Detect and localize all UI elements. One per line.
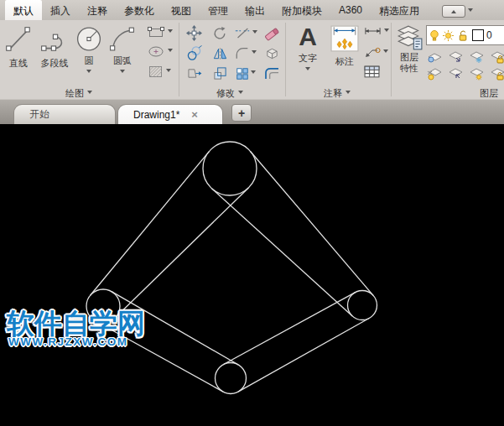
linear-dimension-dropdown-icon[interactable] xyxy=(384,29,389,34)
circle-icon xyxy=(74,23,104,53)
polyline-label: 多段线 xyxy=(41,57,69,70)
copy-icon xyxy=(186,45,202,61)
file-tab-start[interactable]: 开始 xyxy=(13,104,116,124)
layer-freeze-tool-icon[interactable] xyxy=(468,50,485,64)
draw-panel-label[interactable]: 绘图 xyxy=(65,87,92,99)
leader-icon xyxy=(364,46,381,58)
circle-dropdown-icon[interactable] xyxy=(86,70,91,75)
layer-lock-tool-icon[interactable] xyxy=(489,50,504,64)
file-tab-start-label: 开始 xyxy=(29,107,49,122)
panel-separator xyxy=(179,23,179,96)
drawing-canvas[interactable]: 软件自学网 WWW.RJZXW.COM xyxy=(0,124,504,426)
watermark-url: WWW.RJZXW.COM xyxy=(8,335,127,348)
circle-tool[interactable]: 圆 xyxy=(74,23,104,75)
scale-tool[interactable] xyxy=(207,64,232,83)
rotate-tool[interactable] xyxy=(207,23,232,43)
layer-isolate-tool-icon[interactable] xyxy=(447,50,464,64)
panel-separator xyxy=(391,23,392,96)
ribbon-tab-output[interactable]: 输出 xyxy=(236,0,273,20)
ribbon-tab-view[interactable]: 视图 xyxy=(163,0,200,20)
move-tool[interactable] xyxy=(181,23,206,43)
dimension-tool[interactable]: 标注 xyxy=(329,23,361,75)
move-icon xyxy=(186,25,202,41)
text-dropdown-icon[interactable] xyxy=(305,67,310,73)
layer-unlock-icon xyxy=(457,29,470,42)
array-tool[interactable] xyxy=(233,64,258,83)
layer-thaw-tool-icon[interactable] xyxy=(468,67,485,81)
layer-thaw-sun-icon xyxy=(442,29,455,42)
ribbon-tab-manage[interactable]: 管理 xyxy=(200,0,236,20)
layers-panel-label[interactable]: 图层 xyxy=(480,87,498,99)
erase-tool[interactable] xyxy=(259,23,284,43)
layer-unlock-tool-icon[interactable] xyxy=(489,67,504,81)
mirror-tool[interactable] xyxy=(207,44,232,63)
rectangle-tool[interactable] xyxy=(148,26,173,39)
draw-panel-expand-icon xyxy=(87,91,92,96)
ribbon-collapse-button[interactable] xyxy=(442,5,465,18)
layer-properties-label-line2: 特性 xyxy=(392,63,426,74)
collapse-arrow-icon xyxy=(451,8,456,13)
polyline-icon xyxy=(39,23,70,55)
layer-properties-tool[interactable] xyxy=(392,23,426,54)
rotate-icon xyxy=(212,26,227,41)
hatch-tool[interactable] xyxy=(148,65,171,79)
current-layer-name: 0 xyxy=(486,29,492,41)
hatch-dropdown-icon[interactable] xyxy=(166,69,171,75)
linear-dimension-tool[interactable] xyxy=(364,27,389,35)
line-tool[interactable]: 直线 xyxy=(2,23,35,75)
modify-panel-label[interactable]: 修改 xyxy=(216,87,243,99)
ribbon-tab-addins[interactable]: 附加模块 xyxy=(273,0,330,20)
array-dropdown-icon[interactable] xyxy=(251,70,256,76)
layer-tools-row-2 xyxy=(426,67,504,81)
leader-tool[interactable] xyxy=(364,46,388,58)
file-tab-drawing1-label: Drawing1* xyxy=(133,109,179,121)
ribbon-collapse-dropdown-icon[interactable] xyxy=(468,8,473,14)
layer-off-tool-icon[interactable] xyxy=(426,50,443,64)
layer-unisolate-tool-icon[interactable] xyxy=(447,67,464,81)
ribbon-tab-a360[interactable]: A360 xyxy=(330,0,371,20)
draw-panel-label-text: 绘图 xyxy=(65,87,84,99)
trim-tool[interactable] xyxy=(233,23,258,43)
explode-icon xyxy=(264,46,280,60)
ribbon-tab-annotate[interactable]: 注释 xyxy=(79,0,116,20)
rectangle-icon xyxy=(148,26,165,39)
ellipse-dropdown-icon[interactable] xyxy=(168,49,173,55)
scale-icon xyxy=(213,66,227,81)
cad-circle-right xyxy=(348,291,377,320)
ribbon-tab-featured-apps[interactable]: 精选应用 xyxy=(371,0,428,20)
erase-icon xyxy=(264,25,280,41)
autocad-window: 默认 插入 注释 参数化 视图 管理 输出 附加模块 A360 精选应用 直线 xyxy=(0,0,504,426)
layer-select[interactable]: 0 xyxy=(426,25,504,45)
leader-dropdown-icon[interactable] xyxy=(383,49,388,55)
fillet-tool[interactable] xyxy=(233,44,258,63)
fillet-dropdown-icon[interactable] xyxy=(252,50,257,56)
dimension-icon xyxy=(330,23,359,54)
stretch-icon xyxy=(186,67,202,80)
explode-tool[interactable] xyxy=(259,44,284,63)
polyline-tool[interactable]: 多段线 xyxy=(35,23,74,75)
table-tool[interactable] xyxy=(364,65,380,78)
rectangle-dropdown-icon[interactable] xyxy=(168,29,173,35)
stretch-tool[interactable] xyxy=(181,64,206,83)
text-tool[interactable]: A 文字 xyxy=(292,23,324,75)
annotate-panel-expand-icon xyxy=(346,91,351,96)
arc-tool[interactable]: 圆弧 xyxy=(106,23,139,75)
annotate-panel-label[interactable]: 注释 xyxy=(324,87,351,99)
ribbon-body: 直线 多段线 圆 圆弧 xyxy=(0,20,504,99)
trim-dropdown-icon[interactable] xyxy=(252,30,257,36)
ellipse-icon xyxy=(148,45,165,58)
file-tab-drawing1[interactable]: Drawing1* × xyxy=(117,104,223,124)
layers-panel-label-text: 图层 xyxy=(480,87,498,99)
ellipse-tool[interactable] xyxy=(148,45,173,58)
ribbon-tab-insert[interactable]: 插入 xyxy=(42,0,79,20)
copy-tool[interactable] xyxy=(181,44,206,63)
new-tab-button[interactable]: + xyxy=(231,104,252,122)
arc-dropdown-icon[interactable] xyxy=(120,70,125,75)
ribbon-tab-parametric[interactable]: 参数化 xyxy=(116,0,163,20)
layer-on-tool-icon[interactable] xyxy=(426,67,443,81)
offset-tool[interactable] xyxy=(259,64,284,83)
layer-color-swatch xyxy=(472,29,484,41)
ribbon-tab-home[interactable]: 默认 xyxy=(5,0,42,20)
close-tab-icon[interactable]: × xyxy=(191,108,198,121)
arc-icon xyxy=(107,23,138,53)
